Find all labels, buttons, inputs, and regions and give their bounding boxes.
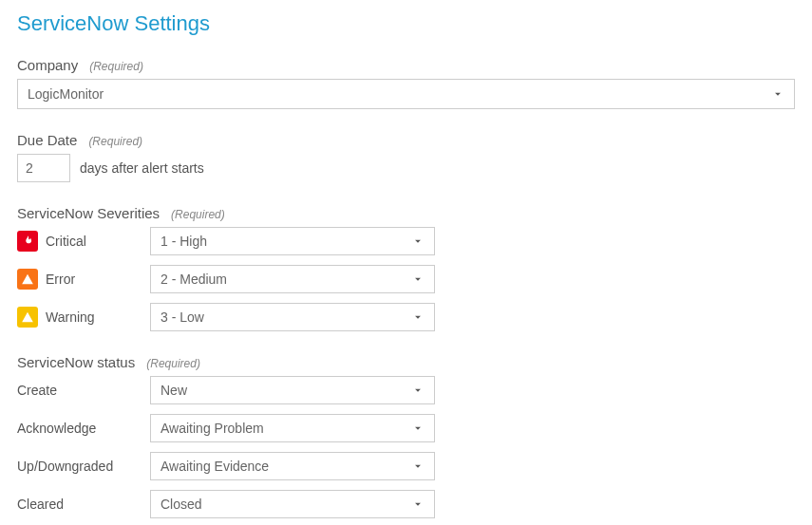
status-select-updowngraded-value: Awaiting Evidence: [161, 459, 411, 474]
status-select-create-value: New: [161, 383, 411, 398]
critical-severity-icon: [17, 231, 38, 252]
status-select-acknowledge[interactable]: Awaiting Problem: [150, 414, 435, 442]
status-name-acknowledge: Acknowledge: [17, 421, 141, 436]
status-name-create: Create: [17, 383, 141, 398]
status-name-updowngraded: Up/Downgraded: [17, 459, 141, 474]
status-select-acknowledge-value: Awaiting Problem: [161, 421, 411, 436]
due-date-suffix: days after alert starts: [80, 160, 204, 176]
severities-label: ServiceNow Severities: [17, 205, 160, 221]
chevron-down-icon: [771, 87, 784, 101]
due-date-required: (Required): [88, 135, 142, 148]
due-date-label: Due Date: [17, 132, 77, 148]
warning-severity-icon: [17, 307, 38, 328]
severity-select-error-value: 2 - Medium: [161, 272, 411, 287]
page-title: ServiceNow Settings: [17, 11, 795, 36]
chevron-down-icon: [411, 422, 425, 435]
severity-select-warning-value: 3 - Low: [161, 309, 411, 325]
chevron-down-icon: [411, 384, 425, 397]
chevron-down-icon: [411, 234, 425, 248]
severity-select-critical[interactable]: 1 - High: [150, 227, 435, 255]
status-select-cleared-value: Closed: [161, 497, 411, 512]
company-select[interactable]: LogicMonitor: [17, 79, 795, 109]
chevron-down-icon: [411, 459, 425, 473]
status-select-create[interactable]: New: [150, 376, 435, 404]
chevron-down-icon: [411, 310, 425, 324]
status-select-updowngraded[interactable]: Awaiting Evidence: [150, 452, 435, 480]
severity-select-critical-value: 1 - High: [161, 234, 411, 249]
status-required: (Required): [146, 357, 200, 370]
status-name-cleared: Cleared: [17, 497, 141, 512]
due-date-input[interactable]: [17, 154, 70, 182]
severity-name-critical: Critical: [46, 234, 86, 249]
company-select-value: LogicMonitor: [28, 86, 771, 102]
severities-required: (Required): [171, 208, 225, 221]
chevron-down-icon: [411, 272, 425, 286]
severity-name-warning: Warning: [46, 309, 95, 325]
severity-select-warning[interactable]: 3 - Low: [150, 303, 435, 331]
severity-name-error: Error: [46, 272, 75, 287]
status-select-cleared[interactable]: Closed: [150, 490, 435, 518]
company-required: (Required): [89, 60, 143, 73]
error-severity-icon: [17, 269, 38, 290]
severity-select-error[interactable]: 2 - Medium: [150, 265, 435, 293]
company-label: Company: [17, 57, 78, 73]
chevron-down-icon: [411, 497, 425, 511]
status-label: ServiceNow status: [17, 354, 135, 370]
